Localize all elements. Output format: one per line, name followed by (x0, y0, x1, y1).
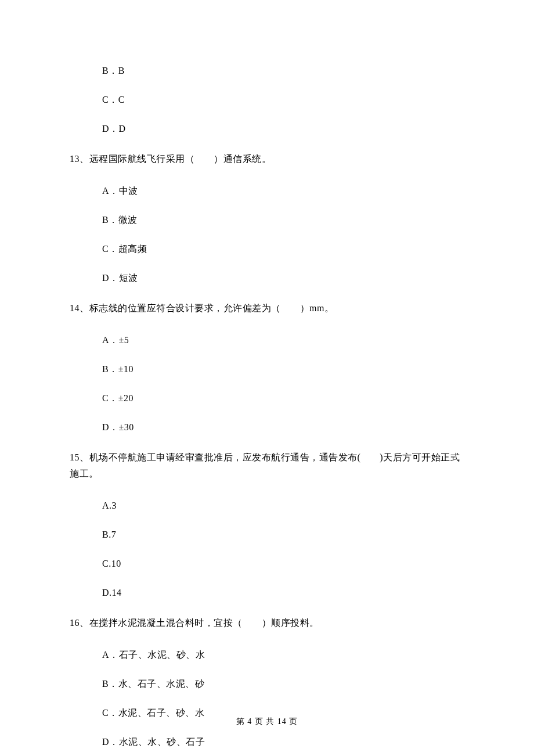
option-12-b: B．B (102, 64, 464, 78)
option-16-a: A．石子、水泥、砂、水 (102, 648, 464, 662)
option-14-b: B．±10 (102, 362, 464, 376)
option-15-c: C.10 (102, 557, 464, 571)
option-16-d: D．水泥、水、砂、石子 (102, 735, 464, 749)
question-15: 15、机场不停航施工申请经审查批准后，应发布航行通告，通告发布( )天后方可开始… (70, 449, 464, 600)
question-13-stem: 13、远程国际航线飞行采用（ ）通信系统。 (70, 151, 464, 168)
question-12-partial: B．B C．C D．D (70, 64, 464, 136)
option-16-b: B．水、石子、水泥、砂 (102, 677, 464, 691)
option-13-b: B．微波 (102, 213, 464, 227)
option-15-d: D.14 (102, 586, 464, 600)
question-14: 14、标志线的位置应符合设计要求，允许偏差为（ ）mm。 A．±5 B．±10 … (70, 300, 464, 434)
option-12-d: D．D (102, 122, 464, 136)
option-13-d: D．短波 (102, 271, 464, 285)
question-16-stem: 16、在搅拌水泥混凝土混合料时，宜按（ ）顺序投料。 (70, 615, 464, 632)
document-page: B．B C．C D．D 13、远程国际航线飞行采用（ ）通信系统。 A．中波 B… (0, 0, 534, 756)
option-13-c: C．超高频 (102, 242, 464, 256)
option-14-a: A．±5 (102, 333, 464, 347)
question-14-stem: 14、标志线的位置应符合设计要求，允许偏差为（ ）mm。 (70, 300, 464, 317)
option-15-b: B.7 (102, 528, 464, 542)
question-13: 13、远程国际航线飞行采用（ ）通信系统。 A．中波 B．微波 C．超高频 D．… (70, 151, 464, 285)
option-13-a: A．中波 (102, 184, 464, 198)
page-footer: 第 4 页 共 14 页 (0, 717, 534, 727)
option-12-c: C．C (102, 93, 464, 107)
option-14-c: C．±20 (102, 391, 464, 405)
option-14-d: D．±30 (102, 420, 464, 434)
option-15-a: A.3 (102, 499, 464, 513)
question-16: 16、在搅拌水泥混凝土混合料时，宜按（ ）顺序投料。 A．石子、水泥、砂、水 B… (70, 615, 464, 749)
question-15-stem: 15、机场不停航施工申请经审查批准后，应发布航行通告，通告发布( )天后方可开始… (70, 449, 464, 483)
